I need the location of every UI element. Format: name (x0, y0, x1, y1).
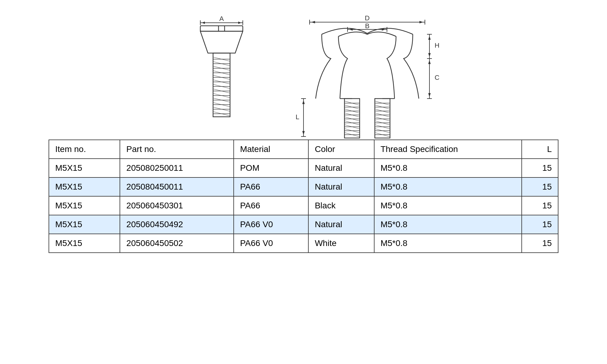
col-header-item-no: Item no. (49, 140, 120, 159)
cell-color: Natural (308, 177, 374, 196)
diagram-right: D B H C (291, 14, 419, 129)
cell-material: PA66 (234, 196, 308, 215)
parts-table: Item no. Part no. Material Color Thread … (49, 140, 558, 253)
col-header-l: L (522, 140, 558, 159)
cell-thread: M5*0.8 (374, 234, 522, 253)
cell-item-no: M5X15 (49, 215, 120, 234)
svg-text:B: B (365, 22, 370, 30)
cell-l: 15 (522, 215, 558, 234)
svg-text:A: A (219, 15, 224, 22)
cell-material: PA66 V0 (234, 234, 308, 253)
svg-marker-58 (428, 60, 431, 64)
cell-l: 15 (522, 159, 558, 177)
cell-thread: M5*0.8 (374, 159, 522, 177)
cell-thread: M5*0.8 (374, 215, 522, 234)
svg-marker-41 (419, 21, 423, 23)
page: A (0, 0, 607, 364)
col-header-part-no: Part no. (120, 140, 234, 159)
cell-color: Black (308, 196, 374, 215)
table-row: M5X15205080450011PA66NaturalM5*0.815 (49, 177, 558, 196)
cell-part-no: 205060450301 (120, 196, 234, 215)
cell-color: Natural (308, 159, 374, 177)
cell-l: 15 (522, 196, 558, 215)
svg-marker-40 (311, 21, 315, 23)
cell-material: POM (234, 159, 308, 177)
cell-item-no: M5X15 (49, 196, 120, 215)
svg-marker-4 (238, 22, 241, 24)
col-header-thread: Thread Specification (374, 140, 522, 159)
table-row: M5X15205060450492PA66 V0NaturalM5*0.815 (49, 215, 558, 234)
svg-marker-7 (200, 31, 243, 53)
table-row: M5X15205060450502PA66 V0WhiteM5*0.815 (49, 234, 558, 253)
svg-marker-52 (428, 36, 431, 40)
cell-item-no: M5X15 (49, 159, 120, 177)
cell-material: PA66 V0 (234, 215, 308, 234)
cell-l: 15 (522, 234, 558, 253)
cell-part-no: 205080450011 (120, 177, 234, 196)
svg-text:H: H (435, 42, 439, 49)
table-container: Item no. Part no. Material Color Thread … (49, 140, 558, 253)
svg-marker-3 (202, 22, 205, 24)
cell-part-no: 205080250011 (120, 159, 234, 177)
cell-color: Natural (308, 215, 374, 234)
table-row: M5X15205080250011POMNaturalM5*0.815 (49, 159, 558, 177)
cell-l: 15 (522, 177, 558, 196)
col-header-material: Material (234, 140, 308, 159)
table-row: M5X15205060450301PA66BlackM5*0.815 (49, 196, 558, 215)
svg-marker-59 (428, 93, 431, 97)
svg-marker-64 (302, 100, 305, 104)
cell-color: White (308, 234, 374, 253)
cell-item-no: M5X15 (49, 177, 120, 196)
svg-text:L: L (296, 113, 299, 121)
cell-part-no: 205060450502 (120, 234, 234, 253)
svg-marker-65 (302, 131, 305, 135)
svg-text:D: D (365, 14, 370, 22)
cell-thread: M5*0.8 (374, 196, 522, 215)
col-header-color: Color (308, 140, 374, 159)
svg-text:C: C (435, 74, 439, 81)
diagram-area: A (0, 6, 607, 136)
cell-thread: M5*0.8 (374, 177, 522, 196)
svg-rect-6 (200, 26, 243, 31)
svg-marker-53 (428, 53, 431, 57)
diagram-left: A (188, 14, 255, 129)
cell-material: PA66 (234, 177, 308, 196)
cell-item-no: M5X15 (49, 234, 120, 253)
cell-part-no: 205060450492 (120, 215, 234, 234)
